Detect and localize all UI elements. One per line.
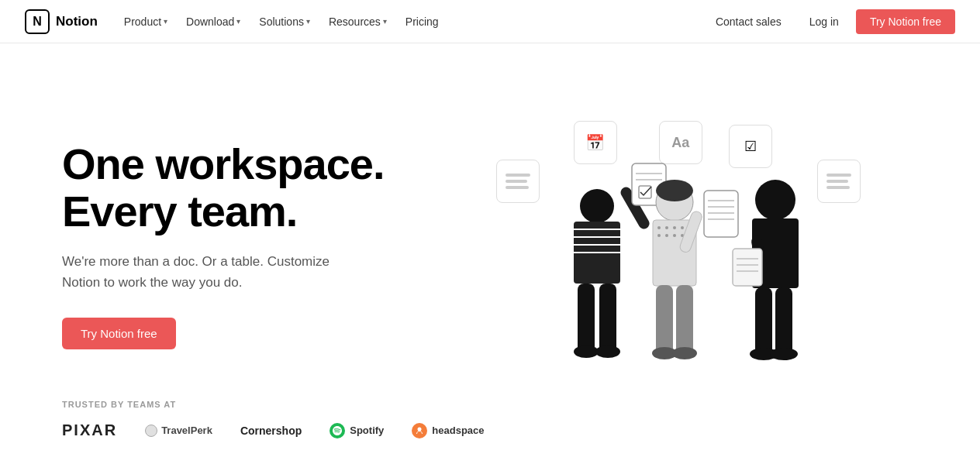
svg-rect-39 [775, 287, 792, 356]
nav-link-solutions[interactable]: Solutions ▾ [251, 11, 318, 33]
svg-rect-27 [676, 285, 693, 355]
person-center [652, 180, 738, 359]
spotify-logo: Spotify [330, 423, 384, 438]
notion-logo[interactable]: N Notion [25, 9, 98, 34]
svg-point-22 [673, 226, 676, 229]
trusted-section: TRUSTED BY TEAMS AT PIXAR TravelPerk Cor… [0, 400, 980, 470]
svg-point-41 [770, 348, 798, 360]
svg-point-16 [656, 180, 693, 201]
person-right [733, 180, 799, 360]
hero-cta-button[interactable]: Try Notion free [62, 318, 176, 349]
hero-content: One workspace. Every team. We're more th… [62, 140, 385, 350]
trusted-label: TRUSTED BY TEAMS AT [62, 400, 918, 409]
contact-sales-button[interactable]: Contact sales [705, 10, 792, 33]
chevron-down-icon: ▾ [306, 17, 310, 26]
chevron-down-icon: ▾ [164, 17, 167, 26]
svg-rect-6 [578, 284, 595, 353]
chevron-down-icon: ▾ [236, 17, 240, 26]
headspace-logo: headspace [412, 423, 484, 438]
svg-point-20 [657, 234, 661, 237]
hero-subtitle: We're more than a doc. Or a table. Custo… [62, 251, 341, 293]
nav-links: Product ▾ Download ▾ Solutions ▾ Resourc… [116, 11, 447, 33]
nav-link-product[interactable]: Product ▾ [116, 11, 175, 33]
svg-rect-7 [599, 284, 616, 353]
svg-rect-38 [755, 287, 772, 356]
svg-rect-26 [656, 285, 673, 355]
nav-link-pricing[interactable]: Pricing [398, 11, 447, 33]
svg-point-0 [580, 189, 614, 223]
travelperk-logo: TravelPerk [145, 425, 212, 437]
travelperk-icon [145, 425, 157, 437]
headspace-icon [412, 423, 427, 438]
people-illustration [504, 129, 830, 392]
trusted-logos: PIXAR TravelPerk Cornershop Spotify head… [62, 421, 918, 439]
navbar: N Notion Product ▾ Download ▾ Solutions … [0, 0, 980, 43]
nav-link-download[interactable]: Download ▾ [178, 11, 248, 33]
svg-rect-43 [733, 249, 762, 286]
chevron-down-icon: ▾ [383, 17, 387, 26]
svg-point-9 [595, 346, 620, 358]
nav-left: N Notion Product ▾ Download ▾ Solutions … [25, 9, 447, 34]
hero-section: One workspace. Every team. We're more th… [0, 43, 980, 400]
svg-point-18 [657, 226, 661, 229]
hero-title: One workspace. Every team. [62, 140, 385, 236]
try-notion-free-button[interactable]: Try Notion free [856, 9, 955, 34]
svg-point-19 [665, 226, 668, 229]
svg-point-47 [418, 427, 422, 431]
notion-logo-icon: N [25, 9, 50, 34]
spotify-icon [330, 423, 345, 438]
person-left [574, 163, 666, 358]
svg-point-8 [574, 346, 599, 358]
nav-right: Contact sales Log in Try Notion free [705, 9, 955, 34]
svg-point-21 [665, 234, 668, 237]
svg-point-29 [672, 347, 697, 359]
svg-point-24 [673, 234, 676, 237]
svg-point-36 [755, 180, 795, 220]
svg-point-23 [681, 226, 684, 229]
nav-link-resources[interactable]: Resources ▾ [321, 11, 395, 33]
pixar-logo: PIXAR [62, 421, 117, 439]
cornershop-logo: Cornershop [240, 425, 302, 437]
illustration-wrapper: 📅 Aa ☑ [473, 113, 861, 392]
hero-illustration: 📅 Aa ☑ [416, 98, 918, 392]
notion-logo-text: Notion [56, 14, 98, 29]
login-button[interactable]: Log in [799, 10, 850, 33]
